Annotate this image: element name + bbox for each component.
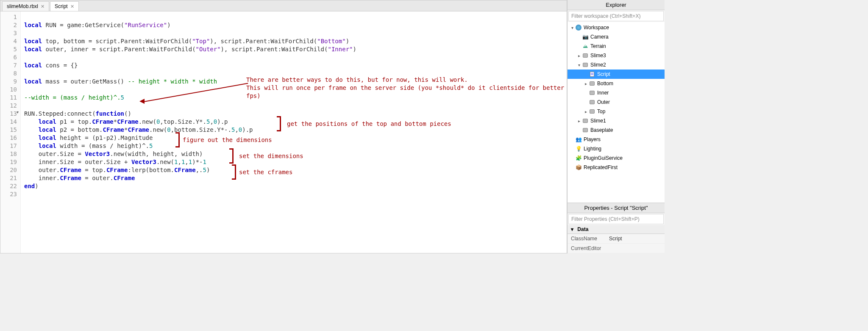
tree-node-players[interactable]: 👥Players	[568, 135, 665, 144]
code-line[interactable]	[24, 190, 563, 198]
code-line[interactable]: outer.CFrame = top.CFrame:lerp(bottom.CF…	[24, 166, 563, 174]
tree-node-lighting[interactable]: 💡Lighting	[568, 144, 665, 153]
tab-label: Script	[55, 3, 68, 9]
code-line[interactable]: RUN.Stepped:connect(function()	[24, 110, 563, 118]
expand-icon[interactable]: ▾	[576, 63, 582, 67]
code-line[interactable]: local top, bottom = script.Parent:WaitFo…	[24, 37, 563, 45]
editor-pane: slimeMob.rbxl✕Script✕ 123456789101112131…	[0, 0, 567, 253]
tree-node-camera[interactable]: 📷Camera	[568, 32, 665, 42]
tree-node-inner[interactable]: Inner	[568, 88, 665, 97]
annotation-bracket	[175, 132, 180, 147]
line-gutter: 1234567891011121314151617181920212223	[0, 11, 21, 253]
expand-icon[interactable]: ▸	[576, 119, 582, 123]
part-icon	[582, 117, 589, 124]
part-icon	[589, 108, 595, 115]
tree-label: Lighting	[584, 146, 601, 152]
annotation-text: There are better ways to do this, but fo…	[246, 76, 567, 100]
tree-label: Inner	[597, 90, 609, 96]
code-line[interactable]: local outer, inner = script.Parent:WaitF…	[24, 45, 563, 53]
tree-label: Bottom	[597, 81, 613, 86]
tab-slimemob-rbxl[interactable]: slimeMob.rbxl✕	[2, 1, 49, 11]
code-line[interactable]: end)	[24, 182, 563, 190]
globe-icon	[575, 24, 582, 31]
side-panels: Explorer Filter workspace (Ctrl+Shift+X)…	[567, 0, 665, 253]
camera-icon: 📷	[582, 33, 589, 40]
tree-label: Slime2	[590, 62, 606, 68]
tree-label: PluginGuiService	[584, 155, 623, 161]
tree-node-bottom[interactable]: ▸Bottom	[568, 79, 665, 88]
tab-script[interactable]: Script✕	[50, 1, 79, 11]
part-icon	[589, 99, 595, 106]
arrow-head-icon	[139, 99, 145, 104]
annotation-text: set the dimensions	[239, 152, 303, 160]
expand-icon[interactable]: ▸	[576, 53, 582, 58]
code-line[interactable]	[24, 53, 563, 61]
annotation-text: set the cframes	[239, 168, 292, 176]
property-row[interactable]: ClassNameScript	[568, 234, 665, 244]
tree-label: Players	[584, 136, 601, 142]
tree-label: Outer	[597, 99, 610, 105]
part-icon	[582, 61, 589, 68]
part-icon	[582, 52, 589, 59]
terrain-icon: ⛰	[582, 43, 589, 50]
code-line[interactable]: local RUN = game:GetService("RunService"…	[24, 21, 563, 29]
annotation-text: figure out the dimensions	[183, 136, 272, 144]
code-line[interactable]	[24, 29, 563, 37]
tree-label: Baseplate	[590, 127, 613, 133]
tree-label: Script	[597, 71, 610, 77]
part-icon	[589, 89, 595, 96]
code-line[interactable]	[24, 102, 563, 110]
property-row[interactable]: CurrentEditor	[568, 244, 665, 253]
annotation-text: get the positions of the top and bottom …	[287, 120, 451, 128]
tree-label: ReplicatedFirst	[584, 164, 618, 170]
plugin-icon: 🧩	[575, 155, 582, 161]
code-line[interactable]	[24, 13, 563, 21]
tree-node-terrain[interactable]: ⛰Terrain	[568, 42, 665, 51]
properties-section[interactable]: ▾ Data	[568, 225, 665, 234]
players-icon: 👥	[575, 136, 582, 143]
annotation-bracket	[232, 164, 236, 180]
tree-node-outer[interactable]: Outer	[568, 97, 665, 107]
tree-node-slime2[interactable]: ▾Slime2	[568, 60, 665, 70]
explorer-tree[interactable]: ▾Workspace📷Camera⛰Terrain▸Slime3▾Slime2S…	[568, 22, 665, 203]
script-icon	[589, 71, 595, 78]
tree-node-baseplate[interactable]: Baseplate	[568, 125, 665, 135]
properties-filter[interactable]: Filter Properties (Ctrl+Shift+P)	[568, 214, 664, 224]
tree-node-replicatedfirst[interactable]: 📦ReplicatedFirst	[568, 163, 665, 172]
tab-bar: slimeMob.rbxl✕Script✕	[0, 0, 567, 11]
expand-icon[interactable]: ▾	[569, 25, 575, 30]
explorer-filter[interactable]: Filter workspace (Ctrl+Shift+X)	[568, 11, 664, 21]
property-name: CurrentEditor	[571, 245, 609, 251]
explorer-title: Explorer	[568, 0, 665, 10]
annotation-bracket	[229, 148, 234, 164]
tree-node-top[interactable]: ▸Top	[568, 107, 665, 116]
code-line[interactable]: local cons = {}	[24, 61, 563, 70]
code-line[interactable]: inner.CFrame = outer.CFrame	[24, 174, 563, 182]
tree-node-slime1[interactable]: ▸Slime1	[568, 116, 665, 125]
part-icon	[589, 80, 595, 87]
annotation-bracket	[277, 116, 281, 131]
tree-node-pluginguiservice[interactable]: 🧩PluginGuiService	[568, 153, 665, 163]
close-icon[interactable]: ✕	[41, 4, 45, 9]
tree-node-slime3[interactable]: ▸Slime3	[568, 51, 665, 60]
expand-icon[interactable]: ▸	[583, 109, 589, 114]
properties-panel: Properties - Script "Script" Filter Prop…	[568, 203, 665, 253]
part-icon	[582, 127, 589, 134]
property-value[interactable]: Script	[609, 236, 622, 242]
code-area[interactable]: local RUN = game:GetService("RunService"…	[21, 11, 567, 253]
close-icon[interactable]: ✕	[70, 4, 74, 9]
tree-label: Top	[597, 108, 605, 114]
tree-label: Terrain	[590, 43, 606, 49]
code-line[interactable]: local width = (mass / height)^.5	[24, 142, 563, 150]
property-name: ClassName	[571, 236, 609, 242]
tree-label: Slime1	[590, 118, 606, 124]
code-editor[interactable]: 1234567891011121314151617181920212223 ▾ …	[0, 11, 567, 253]
code-line[interactable]: local height = (p1-p2).Magnitude	[24, 134, 563, 142]
light-icon: 💡	[575, 145, 582, 152]
tree-label: Camera	[590, 34, 609, 40]
tree-node-script[interactable]: Script	[568, 70, 665, 79]
expand-icon[interactable]: ▸	[583, 81, 589, 86]
tree-node-workspace[interactable]: ▾Workspace	[568, 23, 665, 32]
chevron-down-icon: ▾	[571, 226, 576, 232]
fold-icon[interactable]: ▾	[17, 110, 19, 114]
